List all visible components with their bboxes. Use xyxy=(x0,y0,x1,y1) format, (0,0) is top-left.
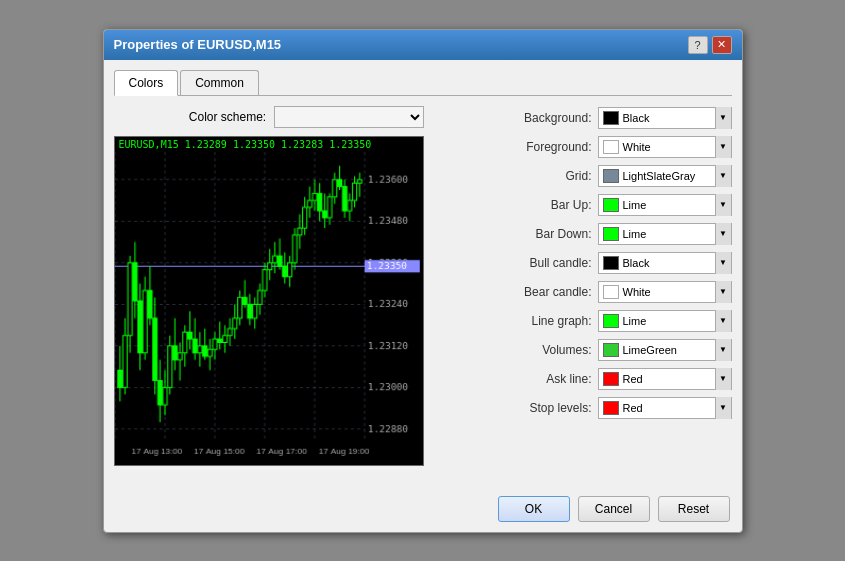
color-label-4: Bar Down: xyxy=(512,227,592,241)
color-dropdown-0[interactable]: Black▼ xyxy=(598,107,732,129)
tab-bar: Colors Common xyxy=(114,70,732,96)
chart-container: EURUSD,M15 1.23289 1.23350 1.23283 1.233… xyxy=(114,136,424,466)
dropdown-arrow-4[interactable]: ▼ xyxy=(715,223,731,245)
dropdown-arrow-6[interactable]: ▼ xyxy=(715,281,731,303)
color-label-2: Grid: xyxy=(512,169,592,183)
color-row-4: Bar Down:Lime▼ xyxy=(512,222,732,246)
color-label-9: Ask line: xyxy=(512,372,592,386)
dropdown-arrow-0[interactable]: ▼ xyxy=(715,107,731,129)
color-dropdown-4[interactable]: Lime▼ xyxy=(598,223,732,245)
chart-info-bar: EURUSD,M15 1.23289 1.23350 1.23283 1.233… xyxy=(115,137,423,152)
color-name-4: Lime xyxy=(623,228,715,240)
color-row-1: Foreground:White▼ xyxy=(512,135,732,159)
color-dropdown-1[interactable]: White▼ xyxy=(598,136,732,158)
color-swatch-8 xyxy=(603,343,619,357)
color-row-10: Stop levels:Red▼ xyxy=(512,396,732,420)
color-scheme-row: Color scheme: xyxy=(114,106,500,128)
color-name-10: Red xyxy=(623,402,715,414)
color-row-9: Ask line:Red▼ xyxy=(512,367,732,391)
color-label-1: Foreground: xyxy=(512,140,592,154)
color-label-3: Bar Up: xyxy=(512,198,592,212)
color-label-6: Bear candle: xyxy=(512,285,592,299)
color-dropdown-7[interactable]: Lime▼ xyxy=(598,310,732,332)
dropdown-arrow-9[interactable]: ▼ xyxy=(715,368,731,390)
dialog-content: Colors Common Color scheme: EURUSD,M15 1… xyxy=(104,60,742,476)
dialog-footer: OK Cancel Reset xyxy=(104,486,742,532)
color-dropdown-8[interactable]: LimeGreen▼ xyxy=(598,339,732,361)
reset-button[interactable]: Reset xyxy=(658,496,730,522)
help-button[interactable]: ? xyxy=(688,36,708,54)
color-label-10: Stop levels: xyxy=(512,401,592,415)
color-name-5: Black xyxy=(623,257,715,269)
color-swatch-4 xyxy=(603,227,619,241)
color-label-7: Line graph: xyxy=(512,314,592,328)
dropdown-arrow-2[interactable]: ▼ xyxy=(715,165,731,187)
right-panel: Background:Black▼Foreground:White▼Grid:L… xyxy=(512,106,732,466)
color-swatch-6 xyxy=(603,285,619,299)
dropdown-arrow-8[interactable]: ▼ xyxy=(715,339,731,361)
dropdown-arrow-3[interactable]: ▼ xyxy=(715,194,731,216)
color-row-0: Background:Black▼ xyxy=(512,106,732,130)
dropdown-arrow-7[interactable]: ▼ xyxy=(715,310,731,332)
tab-colors[interactable]: Colors xyxy=(114,70,179,96)
color-row-7: Line graph:Lime▼ xyxy=(512,309,732,333)
color-label-5: Bull candle: xyxy=(512,256,592,270)
color-swatch-9 xyxy=(603,372,619,386)
color-swatch-5 xyxy=(603,256,619,270)
tab-common[interactable]: Common xyxy=(180,70,259,95)
color-name-6: White xyxy=(623,286,715,298)
color-swatch-0 xyxy=(603,111,619,125)
color-dropdown-3[interactable]: Lime▼ xyxy=(598,194,732,216)
color-row-6: Bear candle:White▼ xyxy=(512,280,732,304)
color-name-2: LightSlateGray xyxy=(623,170,715,182)
title-bar: Properties of EURUSD,M15 ? ✕ xyxy=(104,30,742,60)
color-row-2: Grid:LightSlateGray▼ xyxy=(512,164,732,188)
color-row-8: Volumes:LimeGreen▼ xyxy=(512,338,732,362)
color-row-3: Bar Up:Lime▼ xyxy=(512,193,732,217)
dialog-window: Properties of EURUSD,M15 ? ✕ Colors Comm… xyxy=(103,29,743,533)
color-name-0: Black xyxy=(623,112,715,124)
color-swatch-7 xyxy=(603,314,619,328)
price-chart xyxy=(115,152,423,460)
color-dropdown-6[interactable]: White▼ xyxy=(598,281,732,303)
color-swatch-10 xyxy=(603,401,619,415)
color-swatch-1 xyxy=(603,140,619,154)
close-button[interactable]: ✕ xyxy=(712,36,732,54)
color-label-0: Background: xyxy=(512,111,592,125)
main-area: Color scheme: EURUSD,M15 1.23289 1.23350… xyxy=(114,106,732,466)
color-swatch-2 xyxy=(603,169,619,183)
color-row-5: Bull candle:Black▼ xyxy=(512,251,732,275)
left-panel: Color scheme: EURUSD,M15 1.23289 1.23350… xyxy=(114,106,500,466)
color-name-1: White xyxy=(623,141,715,153)
color-name-8: LimeGreen xyxy=(623,344,715,356)
dropdown-arrow-1[interactable]: ▼ xyxy=(715,136,731,158)
dropdown-arrow-5[interactable]: ▼ xyxy=(715,252,731,274)
color-name-3: Lime xyxy=(623,199,715,211)
cancel-button[interactable]: Cancel xyxy=(578,496,650,522)
color-dropdown-10[interactable]: Red▼ xyxy=(598,397,732,419)
color-scheme-label: Color scheme: xyxy=(189,110,266,124)
dropdown-arrow-10[interactable]: ▼ xyxy=(715,397,731,419)
color-name-9: Red xyxy=(623,373,715,385)
title-bar-buttons: ? ✕ xyxy=(688,36,732,54)
ok-button[interactable]: OK xyxy=(498,496,570,522)
color-dropdown-5[interactable]: Black▼ xyxy=(598,252,732,274)
color-name-7: Lime xyxy=(623,315,715,327)
color-dropdown-9[interactable]: Red▼ xyxy=(598,368,732,390)
color-dropdown-2[interactable]: LightSlateGray▼ xyxy=(598,165,732,187)
window-title: Properties of EURUSD,M15 xyxy=(114,37,282,52)
color-label-8: Volumes: xyxy=(512,343,592,357)
chart-area xyxy=(115,152,423,460)
color-scheme-select[interactable] xyxy=(274,106,424,128)
color-swatch-3 xyxy=(603,198,619,212)
